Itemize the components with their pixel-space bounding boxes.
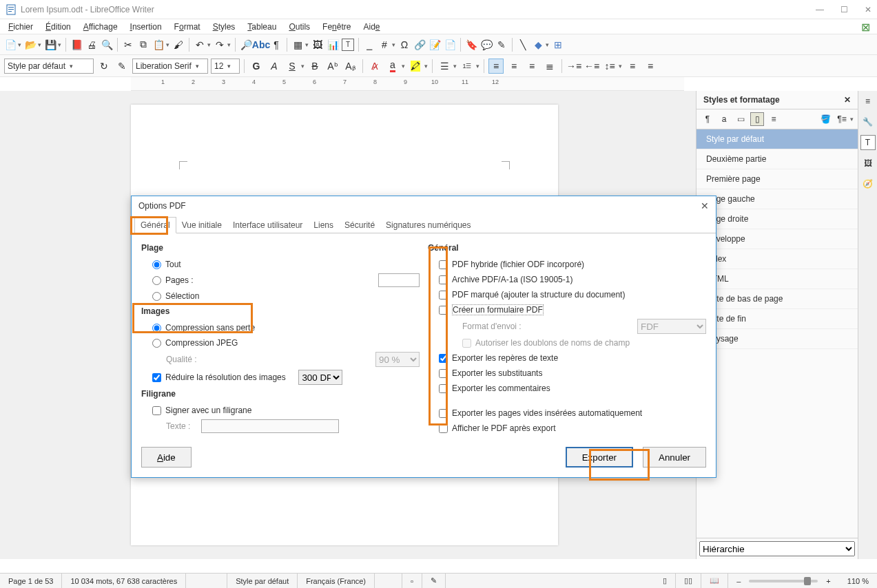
paste-icon[interactable]: 📋: [152, 39, 165, 51]
draw-functions-icon[interactable]: ⊞: [552, 39, 564, 51]
menu-format[interactable]: Format: [169, 21, 206, 33]
status-sig-icon[interactable]: ✎: [422, 574, 446, 588]
inc-para-space-icon[interactable]: ≡: [625, 59, 640, 74]
tab-general[interactable]: Général: [134, 217, 176, 233]
menu-edition[interactable]: Édition: [40, 21, 76, 33]
bookmark-icon[interactable]: 🔖: [465, 39, 477, 51]
styles-list[interactable]: Style par défaut Deuxième partie Premièr…: [697, 129, 858, 538]
comment-icon[interactable]: 💬: [480, 39, 493, 51]
aide-button[interactable]: Aide: [141, 447, 192, 468]
plage-pages-input[interactable]: [378, 273, 420, 287]
style-item[interactable]: Page gauche: [697, 189, 858, 209]
gen-comm-checkbox[interactable]: [439, 384, 448, 393]
new-style-from-icon[interactable]: ¶≡: [835, 112, 849, 126]
save-icon[interactable]: 💾: [44, 39, 56, 51]
img-lossless-radio[interactable]: [152, 324, 161, 333]
style-item[interactable]: Deuxième partie: [697, 149, 858, 169]
sidebar-navigator-icon[interactable]: 🧭: [860, 176, 876, 191]
specialchar-icon[interactable]: Ω: [398, 39, 411, 51]
minimize-icon[interactable]: —: [816, 5, 824, 14]
style-item[interactable]: HTML: [697, 269, 858, 289]
nonprinting-icon[interactable]: ¶: [270, 39, 282, 51]
gen-pdfa-checkbox[interactable]: [439, 275, 448, 284]
gen-subst-checkbox[interactable]: [439, 369, 448, 378]
status-style[interactable]: Style par défaut: [227, 574, 298, 588]
pagebreak-icon[interactable]: ⎯: [363, 39, 375, 51]
style-item[interactable]: Note de bas de page: [697, 289, 858, 309]
cut-icon[interactable]: ✂: [122, 39, 134, 51]
filigrane-checkbox[interactable]: [152, 406, 161, 415]
gen-reperes-checkbox[interactable]: [439, 354, 448, 363]
style-item[interactable]: Première page: [697, 169, 858, 189]
fill-format-icon[interactable]: 🪣: [818, 112, 832, 126]
style-item[interactable]: Enveloppe: [697, 229, 858, 249]
number-list-icon[interactable]: 1☰: [460, 59, 475, 74]
endnote-icon[interactable]: 📄: [444, 39, 456, 51]
increase-indent-icon[interactable]: →≡: [566, 59, 581, 74]
tab-vue-initiale[interactable]: Vue initiale: [176, 218, 227, 233]
table-icon[interactable]: ▦: [291, 39, 304, 51]
gen-doublons-checkbox[interactable]: [462, 339, 471, 348]
bullet-list-icon[interactable]: ☰: [437, 59, 452, 74]
menu-tableau[interactable]: Tableau: [242, 21, 282, 33]
plage-selection-radio[interactable]: [152, 292, 161, 301]
sidebar-gallery-icon[interactable]: 🖼: [860, 156, 876, 171]
font-color-icon[interactable]: a: [385, 59, 400, 74]
page-styles-icon[interactable]: ▯: [750, 112, 764, 126]
status-zoom[interactable]: 110 %: [839, 574, 877, 588]
gen-hybrid-checkbox[interactable]: [439, 260, 448, 269]
view-book-icon[interactable]: 📖: [701, 574, 728, 588]
export-pdf-icon[interactable]: 📕: [70, 39, 83, 51]
new-icon[interactable]: 📄: [4, 39, 17, 51]
copy-icon[interactable]: ⧉: [137, 39, 149, 51]
img-dpi-select[interactable]: 300 DPI: [298, 370, 342, 385]
spellcheck-icon[interactable]: Abc: [255, 39, 267, 51]
font-size-select[interactable]: 12▾: [211, 59, 240, 74]
frame-styles-icon[interactable]: ▭: [734, 112, 747, 126]
find-replace-icon[interactable]: 🔎: [240, 39, 252, 51]
style-item[interactable]: Note de fin: [697, 309, 858, 329]
maximize-icon[interactable]: ☐: [840, 5, 848, 14]
dec-para-space-icon[interactable]: ≡: [643, 59, 658, 74]
view-multi-icon[interactable]: ▯▯: [676, 574, 701, 588]
font-name-select[interactable]: Liberation Serif▾: [132, 59, 208, 74]
gen-afficher-checkbox[interactable]: [439, 424, 448, 433]
gen-vides-checkbox[interactable]: [439, 409, 448, 418]
basic-shapes-icon[interactable]: ◆: [532, 39, 544, 51]
list-styles-icon[interactable]: ≡: [767, 112, 781, 126]
underline-icon[interactable]: S: [285, 59, 300, 74]
sidebar-close-icon[interactable]: ✕: [844, 95, 851, 105]
tab-securite[interactable]: Sécurité: [339, 218, 380, 233]
gen-form-checkbox[interactable]: [439, 306, 448, 315]
align-left-icon[interactable]: ≡: [488, 59, 504, 74]
status-page[interactable]: Page 1 de 53: [0, 574, 62, 588]
status-lang[interactable]: Français (France): [298, 574, 375, 588]
gen-format-select[interactable]: FDF: [637, 319, 706, 334]
close-doc-icon[interactable]: ⊠: [861, 21, 870, 34]
img-jpeg-radio[interactable]: [152, 339, 161, 348]
paragraph-style-select[interactable]: Style par défaut▾: [4, 59, 94, 74]
bold-icon[interactable]: G: [249, 59, 264, 74]
subscript-icon[interactable]: Aᵦ: [343, 59, 358, 74]
menu-insertion[interactable]: Insertion: [125, 21, 167, 33]
line-spacing-icon[interactable]: ↕≡: [602, 59, 617, 74]
new-style-icon[interactable]: ✎: [114, 59, 130, 74]
line-icon[interactable]: ╲: [517, 39, 529, 51]
close-icon[interactable]: ✕: [865, 5, 871, 14]
tab-interface[interactable]: Interface utilisateur: [227, 218, 308, 233]
menu-styles[interactable]: Styles: [207, 21, 241, 33]
status-insert[interactable]: [375, 574, 402, 588]
dialog-close-icon[interactable]: ✕: [701, 200, 709, 211]
tab-liens[interactable]: Liens: [308, 218, 339, 233]
textbox-icon[interactable]: T: [342, 39, 354, 51]
style-item[interactable]: Style par défaut: [697, 129, 858, 149]
strikethrough-icon[interactable]: B: [307, 59, 322, 74]
filigrane-text-input[interactable]: [201, 419, 339, 433]
styles-filter-select[interactable]: Hiérarchie: [699, 541, 855, 556]
plage-tout-radio[interactable]: [152, 260, 161, 269]
plage-pages-radio[interactable]: [152, 276, 161, 285]
para-styles-icon[interactable]: ¶: [701, 112, 714, 126]
update-style-icon[interactable]: ↻: [96, 59, 112, 74]
ruler[interactable]: 1 2 3 4 5 6 7 8 9 10 11 12: [131, 77, 684, 91]
status-words[interactable]: 10 034 mots, 67 638 caractères: [62, 574, 186, 588]
